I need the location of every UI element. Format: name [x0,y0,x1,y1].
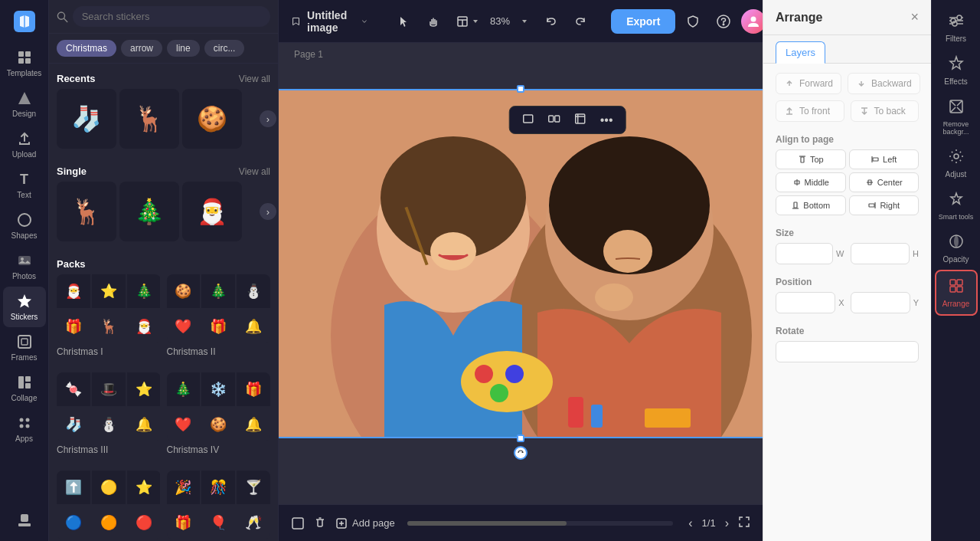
sidebar-item-shapes[interactable]: Shapes [3,205,46,246]
more-btn[interactable]: ••• [594,110,619,130]
pack-cell[interactable]: 🧦 [57,408,90,441]
pack-cell[interactable]: 🔔 [237,310,270,343]
height-input[interactable]: 662.5 [851,243,910,264]
sidebar-item-text[interactable]: T Text [3,165,46,205]
next-page-btn[interactable]: › [722,513,732,533]
scrollbar-track[interactable] [407,521,674,526]
x-input[interactable]: 0 [776,292,835,313]
pack-cell[interactable]: ⛄ [237,274,270,308]
pack-cell[interactable]: ❤️ [167,310,201,343]
sticker-reindeer[interactable]: 🦌 [119,89,179,149]
scroll-right-btn[interactable]: › [260,110,276,127]
pointer-tool[interactable] [392,11,416,32]
pack-cell[interactable]: ⭐ [92,274,126,308]
pack-cell[interactable]: 🔔 [237,408,270,441]
sidebar-item-templates[interactable]: Templates [3,43,46,84]
resize-handle-tm[interactable] [517,85,524,93]
pack-cell[interactable]: 🍪 [201,408,235,441]
crop-btn[interactable] [568,110,593,130]
pack-cell[interactable]: 🟡 [92,471,126,504]
prev-page-btn[interactable]: ‹ [685,513,695,533]
pack-cell[interactable]: 🍪 [167,274,201,308]
delete-btn[interactable] [314,516,326,530]
pack-cell[interactable]: 🥂 [237,506,270,539]
sticker-reindeer2[interactable]: 🦌 [57,182,116,241]
backward-btn[interactable]: Backward [848,73,920,94]
y-input[interactable]: 58 [851,292,910,313]
align-bottom-btn[interactable]: Bottom [776,195,846,215]
fullscreen-btn[interactable] [738,516,750,530]
pack-cell[interactable]: ❤️ [167,408,201,441]
sidebar-item-apps[interactable]: Apps [3,408,46,449]
align-toolbar-btn[interactable] [516,110,541,130]
pack-cell[interactable]: ❄️ [201,372,235,406]
close-panel-btn[interactable]: × [910,9,919,25]
pack-cell[interactable]: 🔔 [127,408,161,441]
pack-cell[interactable]: 🟠 [92,506,126,539]
pack-cell[interactable]: 🎅 [127,310,161,343]
pack-cell[interactable]: 🍬 [57,372,90,406]
pack-cell[interactable]: 🍸 [237,471,270,504]
pack-cell[interactable]: ⬆️ [57,471,90,504]
pack-cell[interactable]: 🎄 [167,372,201,406]
redo-btn[interactable] [568,11,593,32]
logo[interactable] [9,6,40,37]
pack-cell[interactable]: 🎈 [201,506,235,539]
pack-cell[interactable]: 🎁 [201,310,235,343]
search-input[interactable] [73,6,270,27]
icon-sidebar-adjust[interactable]: Adjust [935,142,978,185]
icon-sidebar-effects[interactable]: Effects [935,49,978,92]
pack-cell[interactable]: ⛄ [92,408,126,441]
zoom-dropdown[interactable] [514,13,534,30]
icon-sidebar-opacity[interactable]: Opacity [935,227,978,270]
pack-cell[interactable]: 🎉 [167,471,201,504]
help-btn[interactable] [710,10,737,33]
pack-cell[interactable]: ⭐ [127,372,161,406]
sticker-cookie[interactable]: 🍪 [182,89,242,149]
resize-handle-bm[interactable] [517,434,524,442]
sidebar-item-photos[interactable]: Photos [3,246,46,287]
sticker-santa[interactable]: 🎅 [182,182,242,241]
tab-layers[interactable]: Layers [776,41,825,64]
sidebar-item-upload[interactable]: Upload [3,124,46,165]
pack-cell[interactable]: 🦌 [92,310,126,343]
pack-cell[interactable]: 🎁 [237,372,270,406]
distribute-btn[interactable] [542,110,567,130]
scroll-right-btn2[interactable]: › [260,203,276,220]
canvas-settings-btn[interactable] [291,516,305,530]
avatar[interactable] [741,9,763,34]
pack-cell[interactable]: 🎩 [92,372,126,406]
sidebar-item-design[interactable]: Design [3,84,46,124]
align-middle-btn[interactable]: Middle [776,172,846,192]
align-right-btn[interactable]: Right [849,195,920,215]
pack-cell[interactable]: 🎄 [201,274,235,308]
pack-cell[interactable]: 🎊 [201,471,235,504]
align-left-btn[interactable]: Left [849,149,920,169]
icon-sidebar-smart-tools[interactable]: Smart tools [935,185,978,227]
export-button[interactable]: Export [611,9,675,34]
chip-line[interactable]: line [167,40,200,57]
layout-tool[interactable] [450,11,485,32]
icon-sidebar-remove-bg[interactable]: Remove backgr... [935,92,978,142]
sidebar-item-collage[interactable]: Collage [3,368,46,408]
pack-cell[interactable]: 🎁 [57,310,90,343]
pack-cell[interactable]: 🔵 [57,506,90,539]
sidebar-item-frames[interactable]: Frames [3,327,46,368]
canvas-image[interactable] [279,89,763,438]
doc-title[interactable]: Untitled image [307,9,355,34]
align-center-btn[interactable]: Center [849,172,920,192]
sticker-sock[interactable]: 🧦 [57,89,116,149]
icon-sidebar-filters[interactable]: Filters [935,6,978,49]
forward-btn[interactable]: Forward [776,73,841,94]
to-front-btn[interactable]: To front [776,100,844,122]
rotate-input[interactable]: 0° [776,341,919,362]
pack-cell[interactable]: 🎄 [127,274,161,308]
sidebar-item-bottom[interactable] [3,506,46,535]
sticker-tree[interactable]: 🎄 [119,182,179,241]
add-page-button[interactable]: Add page [335,517,395,530]
shield-icon-btn[interactable] [680,10,706,33]
chip-christmas[interactable]: Christmas [57,40,116,57]
recents-view-all[interactable]: View all [239,74,270,84]
pack-cell[interactable]: 🎁 [167,506,201,539]
sidebar-item-stickers[interactable]: Stickers [3,287,46,327]
